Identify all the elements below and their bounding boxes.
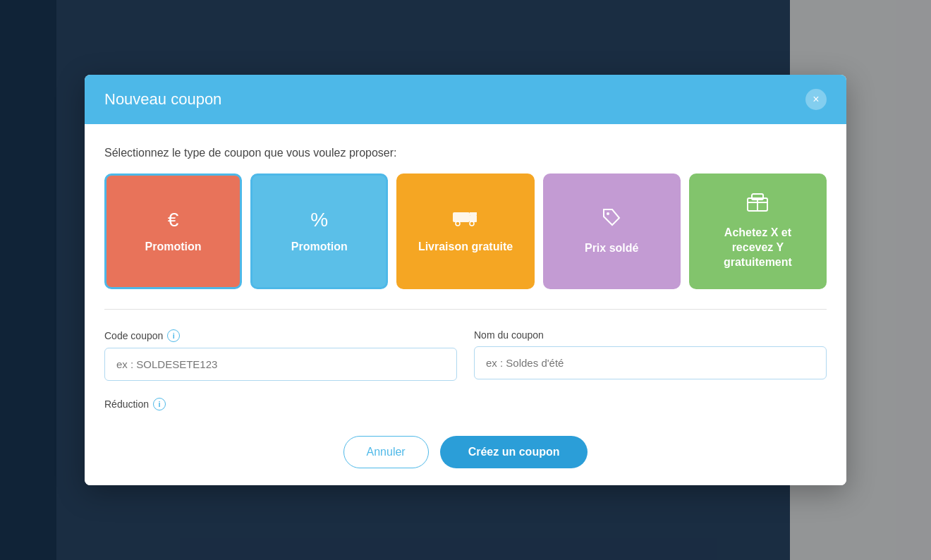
coupon-type-shipping-label: Livraison gratuite bbox=[418, 240, 513, 255]
coupon-type-shipping[interactable]: Livraison gratuite bbox=[396, 174, 534, 288]
name-label: Nom du coupon bbox=[474, 329, 827, 341]
name-label-text: Nom du coupon bbox=[474, 329, 544, 341]
modal-title: Nouveau coupon bbox=[104, 90, 221, 109]
code-label: Code coupon i bbox=[104, 329, 457, 342]
svg-rect-0 bbox=[453, 212, 470, 222]
section-label: Sélectionnez le type de coupon que vous … bbox=[104, 147, 827, 159]
coupon-type-selector: € Promotion % Promotion bbox=[104, 174, 827, 288]
bogo-icon bbox=[746, 193, 769, 217]
coupon-type-bogo[interactable]: Achetez X et recevez Y gratuitement bbox=[689, 174, 827, 288]
svg-rect-1 bbox=[470, 215, 477, 222]
form-group-code: Code coupon i bbox=[104, 329, 457, 381]
coupon-type-euro-label: Promotion bbox=[145, 240, 202, 255]
reduction-row: Réduction i bbox=[104, 398, 827, 410]
euro-icon: € bbox=[168, 209, 179, 231]
svg-point-4 bbox=[470, 221, 474, 226]
modal-dialog: Nouveau coupon × Sélectionnez le type de… bbox=[85, 75, 846, 485]
modal-header: Nouveau coupon × bbox=[85, 75, 846, 124]
coupon-type-sale-label: Prix soldé bbox=[585, 241, 638, 256]
reduction-label-text: Réduction bbox=[104, 398, 149, 410]
sale-icon bbox=[601, 207, 622, 233]
close-button[interactable]: × bbox=[805, 89, 827, 110]
divider bbox=[104, 309, 827, 310]
create-button[interactable]: Créez un coupon bbox=[440, 436, 588, 468]
modal-body: Sélectionnez le type de coupon que vous … bbox=[85, 124, 846, 424]
coupon-type-percent[interactable]: % Promotion bbox=[250, 174, 388, 288]
modal-footer: Annuler Créez un coupon bbox=[85, 425, 846, 485]
percent-icon: % bbox=[310, 209, 328, 231]
shipping-icon bbox=[453, 208, 478, 231]
svg-point-3 bbox=[456, 221, 460, 226]
svg-point-5 bbox=[607, 212, 609, 215]
code-input[interactable] bbox=[104, 348, 457, 381]
svg-marker-2 bbox=[470, 212, 477, 215]
cancel-button[interactable]: Annuler bbox=[343, 436, 429, 468]
form-group-name: Nom du coupon bbox=[474, 329, 827, 381]
modal-overlay: Nouveau coupon × Sélectionnez le type de… bbox=[0, 0, 931, 560]
form-row-1: Code coupon i Nom du coupon bbox=[104, 329, 827, 381]
code-label-text: Code coupon bbox=[104, 330, 163, 341]
code-info-icon[interactable]: i bbox=[167, 329, 180, 342]
reduction-info-icon[interactable]: i bbox=[153, 398, 166, 410]
coupon-type-euro[interactable]: € Promotion bbox=[104, 174, 242, 288]
coupon-type-sale[interactable]: Prix soldé bbox=[543, 174, 681, 288]
coupon-type-percent-label: Promotion bbox=[291, 240, 348, 255]
name-input[interactable] bbox=[474, 346, 827, 379]
coupon-type-bogo-label: Achetez X et recevez Y gratuitement bbox=[702, 226, 813, 269]
